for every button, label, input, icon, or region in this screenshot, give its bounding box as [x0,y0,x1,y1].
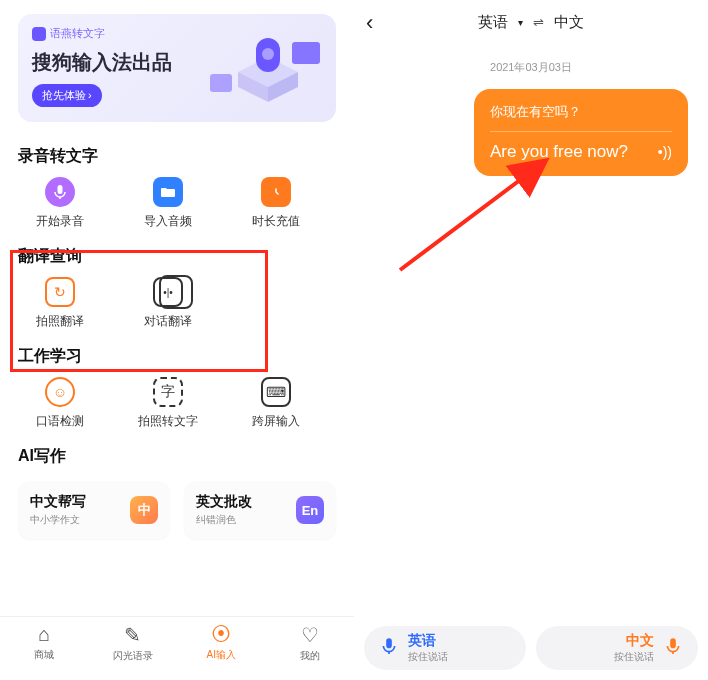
svg-point-4 [262,48,274,60]
translation-bubble[interactable]: 你现在有空吗？ Are you free now? •)) [474,89,688,176]
photo-to-text-button[interactable]: 字 拍照转文字 [114,375,222,432]
banner-illustration [208,24,328,112]
store-icon: ⌂ [38,623,50,646]
profile-icon: ♡ [301,623,319,647]
nav-ai-input[interactable]: ⦿ AI输入 [186,623,256,674]
banner-tag-text: 语燕转文字 [50,26,105,41]
ai-cards-row: 中文帮写 中小学作文 中 英文批改 纠错润色 En [18,481,336,539]
conversation-translate-button[interactable]: •|• 对话翻译 [114,275,222,332]
ai-icon: ⦿ [211,623,231,646]
section-title-ai: AI写作 [18,446,336,467]
row-study: ☺ 口语检测 字 拍照转文字 ⌨ 跨屏输入 [6,375,354,432]
speaking-test-button[interactable]: ☺ 口语检测 [6,375,114,432]
section-title-study: 工作学习 [18,346,336,367]
dialogue-icon: •|• [153,277,183,307]
topup-duration-button[interactable]: 时长充值 [222,175,330,232]
clock-icon [261,177,291,207]
row-recording: 开始录音 导入音频 时长充值 [6,175,354,232]
camera-translate-icon: ↻ [45,277,75,307]
speech-check-icon: ☺ [45,377,75,407]
back-button[interactable]: ‹ [366,10,373,36]
bubble-target-text: Are you free now? [490,142,628,162]
cross-screen-input-button[interactable]: ⌨ 跨屏输入 [222,375,330,432]
translate-header: ‹ 英语 ▾ ⇌ 中文 [354,0,708,44]
mic-icon [45,177,75,207]
svg-rect-7 [58,185,63,194]
speak-english-button[interactable]: 英语 按住说话 [364,626,526,670]
tools-screen: 语燕转文字 搜狗输入法出品 抢先体验 录音转文字 [0,0,354,680]
source-language: 英语 [478,13,508,32]
promo-banner[interactable]: 语燕转文字 搜狗输入法出品 抢先体验 [18,14,336,122]
nav-profile[interactable]: ♡ 我的 [275,623,345,674]
cn-badge-icon: 中 [130,496,158,524]
speak-chinese-button[interactable]: 中文 按住说话 [536,626,698,670]
monitor-icon: ⌨ [261,377,291,407]
ocr-icon: 字 [153,377,183,407]
bubble-divider [490,131,672,132]
speak-buttons-row: 英语 按住说话 中文 按住说话 [364,626,698,670]
ai-card-en-correction[interactable]: 英文批改 纠错润色 En [184,481,336,539]
folder-icon [153,177,183,207]
language-switcher[interactable]: 英语 ▾ ⇌ 中文 [478,13,584,32]
ai-card-cn-writing[interactable]: 中文帮写 中小学作文 中 [18,481,170,539]
en-badge-icon: En [296,496,324,524]
translate-chat-screen: ‹ 英语 ▾ ⇌ 中文 2021年03月03日 你现在有空吗？ Are you … [354,0,708,680]
target-language: 中文 [554,13,584,32]
banner-button[interactable]: 抢先体验 [32,84,102,107]
speaker-icon[interactable]: •)) [658,144,672,160]
row-translate: ↻ 拍照翻译 •|• 对话翻译 [6,275,354,332]
svg-rect-12 [670,638,676,648]
quote-icon: ✎ [124,623,141,647]
dropdown-icon: ▾ [518,17,523,28]
mic-icon [664,637,682,660]
mic-icon [380,637,398,660]
banner-tag-icon [32,27,46,41]
banner-tag: 语燕转文字 [32,26,105,41]
svg-rect-6 [210,74,232,92]
swap-icon[interactable]: ⇌ [533,15,544,30]
import-audio-button[interactable]: 导入音频 [114,175,222,232]
chat-date: 2021年03月03日 [354,60,708,75]
nav-store[interactable]: ⌂ 商城 [9,623,79,674]
bubble-source-text: 你现在有空吗？ [490,103,672,121]
photo-translate-button[interactable]: ↻ 拍照翻译 [6,275,114,332]
section-title-recording: 录音转文字 [18,146,336,167]
nav-notes[interactable]: ✎ 闪光语录 [98,623,168,674]
bottom-nav: ⌂ 商城 ✎ 闪光语录 ⦿ AI输入 ♡ 我的 [0,616,354,674]
svg-rect-5 [292,42,320,64]
svg-rect-10 [386,638,392,648]
section-title-translate: 翻译查询 [18,246,336,267]
start-recording-button[interactable]: 开始录音 [6,175,114,232]
